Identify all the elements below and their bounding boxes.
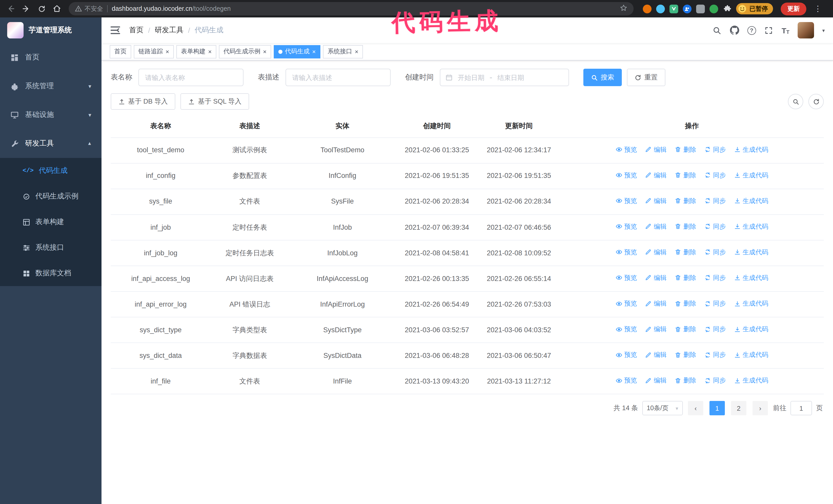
close-icon[interactable]: ×: [208, 48, 212, 55]
end-date-input[interactable]: [496, 74, 526, 81]
edit-link[interactable]: 编辑: [645, 221, 667, 232]
tag-codegen[interactable]: 代码生成×: [274, 45, 320, 58]
search-button[interactable]: 搜索: [584, 69, 622, 86]
delete-link[interactable]: 删除: [674, 324, 696, 334]
edit-link[interactable]: 编辑: [645, 350, 667, 360]
sync-link[interactable]: 同步: [704, 350, 726, 360]
fullscreen-icon[interactable]: [764, 26, 773, 35]
extension-icon-people[interactable]: [683, 4, 691, 13]
edit-link[interactable]: 编辑: [645, 144, 667, 154]
generate-code-link[interactable]: 生成代码: [734, 273, 768, 283]
table-desc-input[interactable]: [286, 69, 390, 86]
preview-link[interactable]: 预览: [615, 170, 637, 180]
search-icon[interactable]: [712, 26, 721, 35]
sidebar-item-system[interactable]: 系统管理 ▾: [0, 72, 101, 100]
browser-menu-icon[interactable]: ⋮: [811, 4, 825, 13]
page-button-2[interactable]: 2: [731, 401, 746, 415]
close-icon[interactable]: ×: [355, 48, 358, 55]
avatar-caret-icon[interactable]: ▾: [822, 27, 825, 33]
edit-link[interactable]: 编辑: [645, 247, 667, 257]
preview-link[interactable]: 预览: [615, 298, 637, 309]
font-size-icon[interactable]: TT: [782, 26, 789, 34]
delete-link[interactable]: 删除: [674, 247, 696, 257]
app-logo[interactable]: 芋道管理系统: [0, 18, 101, 43]
help-icon[interactable]: ?: [747, 26, 756, 34]
browser-back-icon[interactable]: [4, 2, 18, 16]
preview-link[interactable]: 预览: [615, 350, 637, 360]
sidebar-toggle-icon[interactable]: [110, 25, 121, 36]
preview-link[interactable]: 预览: [615, 196, 637, 206]
preview-link[interactable]: 预览: [615, 247, 637, 257]
close-icon[interactable]: ×: [263, 48, 266, 55]
goto-page-input[interactable]: [790, 401, 812, 415]
delete-link[interactable]: 删除: [674, 170, 696, 180]
sidebar-item-codegen-example[interactable]: 代码生成示例: [0, 184, 101, 209]
table-name-input[interactable]: [138, 69, 243, 86]
sync-link[interactable]: 同步: [704, 324, 726, 334]
preview-link[interactable]: 预览: [615, 324, 637, 334]
generate-code-link[interactable]: 生成代码: [734, 144, 768, 154]
browser-forward-icon[interactable]: [20, 2, 33, 16]
sidebar-item-form-builder[interactable]: 表单构建: [0, 209, 101, 235]
refresh-table-button[interactable]: [808, 94, 824, 109]
tag-form-builder[interactable]: 表单构建×: [176, 45, 216, 58]
generate-code-link[interactable]: 生成代码: [734, 324, 768, 334]
generate-code-link[interactable]: 生成代码: [734, 221, 768, 232]
extension-icon-blue[interactable]: [656, 4, 665, 13]
sync-link[interactable]: 同步: [704, 298, 726, 309]
delete-link[interactable]: 删除: [674, 350, 696, 360]
import-db-button[interactable]: 基于 DB 导入: [111, 93, 175, 110]
import-sql-button[interactable]: 基于 SQL 导入: [181, 93, 249, 110]
delete-link[interactable]: 删除: [674, 221, 696, 232]
delete-link[interactable]: 删除: [674, 196, 696, 206]
preview-link[interactable]: 预览: [615, 376, 637, 386]
github-icon[interactable]: [730, 26, 739, 35]
sync-link[interactable]: 同步: [704, 247, 726, 257]
delete-link[interactable]: 删除: [674, 273, 696, 283]
close-icon[interactable]: ×: [312, 48, 316, 55]
sync-link[interactable]: 同步: [704, 170, 726, 180]
preview-link[interactable]: 预览: [615, 273, 637, 283]
toggle-search-button[interactable]: [788, 94, 803, 109]
extension-icon-green[interactable]: [710, 4, 718, 13]
extensions-puzzle-icon[interactable]: [723, 4, 732, 13]
generate-code-link[interactable]: 生成代码: [734, 350, 768, 360]
extension-icon-vue[interactable]: [669, 4, 678, 13]
extension-icon-orange[interactable]: [643, 4, 651, 13]
reset-button[interactable]: 重置: [627, 69, 665, 86]
sidebar-item-db-doc[interactable]: 数据库文档: [0, 261, 101, 286]
tag-home[interactable]: 首页: [110, 45, 131, 58]
close-icon[interactable]: ×: [166, 48, 169, 55]
next-page-button[interactable]: ›: [753, 401, 768, 415]
preview-link[interactable]: 预览: [615, 221, 637, 232]
generate-code-link[interactable]: 生成代码: [734, 196, 768, 206]
breadcrumb-home[interactable]: 首页: [129, 26, 144, 35]
tag-codegen-example[interactable]: 代码生成示例×: [219, 45, 271, 58]
sync-link[interactable]: 同步: [704, 376, 726, 386]
edit-link[interactable]: 编辑: [645, 196, 667, 206]
browser-home-icon[interactable]: [50, 2, 64, 16]
edit-link[interactable]: 编辑: [645, 376, 667, 386]
generate-code-link[interactable]: 生成代码: [734, 376, 768, 386]
sync-link[interactable]: 同步: [704, 273, 726, 283]
edit-link[interactable]: 编辑: [645, 324, 667, 334]
edit-link[interactable]: 编辑: [645, 170, 667, 180]
delete-link[interactable]: 删除: [674, 144, 696, 154]
bookmark-star-icon[interactable]: [620, 4, 627, 14]
preview-link[interactable]: 预览: [615, 144, 637, 154]
chrome-update-button[interactable]: 更新: [781, 2, 806, 15]
delete-link[interactable]: 删除: [674, 298, 696, 309]
generate-code-link[interactable]: 生成代码: [734, 170, 768, 180]
user-avatar[interactable]: [798, 22, 814, 39]
browser-refresh-icon[interactable]: [35, 2, 48, 16]
delete-link[interactable]: 删除: [674, 376, 696, 386]
sidebar-item-devtools[interactable]: 研发工具 ▾: [0, 129, 101, 158]
edit-link[interactable]: 编辑: [645, 273, 667, 283]
page-button-1[interactable]: 1: [710, 401, 725, 415]
extension-icon-gray[interactable]: [696, 4, 705, 13]
sidebar-item-infra[interactable]: 基础设施 ▾: [0, 100, 101, 129]
sidebar-item-codegen[interactable]: </> 代码生成: [0, 158, 101, 184]
generate-code-link[interactable]: 生成代码: [734, 247, 768, 257]
tag-api[interactable]: 系统接口×: [323, 45, 363, 58]
profile-paused-badge[interactable]: 已暂停: [736, 3, 773, 14]
